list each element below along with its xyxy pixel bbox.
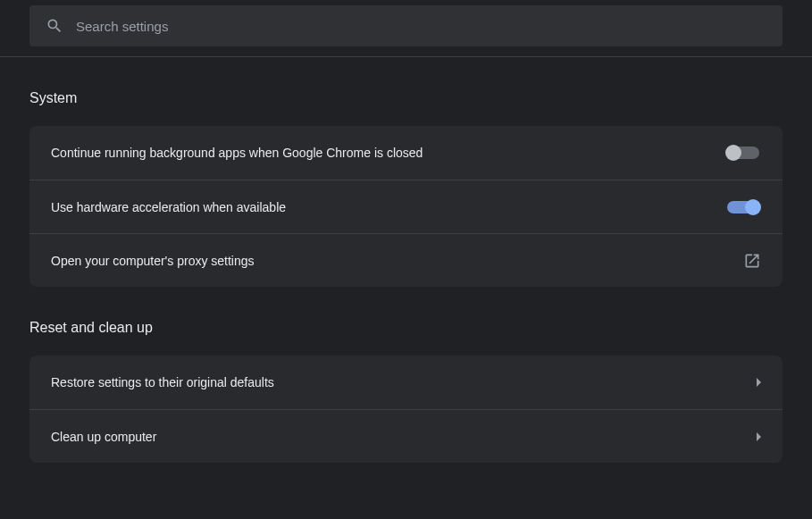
row-label: Open your computer's proxy settings — [51, 254, 743, 268]
row-hardware-accel[interactable]: Use hardware acceleration when available — [29, 180, 783, 233]
toggle-thumb — [745, 199, 761, 215]
search-bar[interactable] — [29, 5, 783, 46]
toggle-background-apps[interactable] — [727, 146, 759, 159]
toggle-hardware-accel[interactable] — [727, 201, 759, 213]
row-label: Clean up computer — [51, 430, 757, 444]
row-label: Continue running background apps when Go… — [51, 146, 727, 160]
row-label: Use hardware acceleration when available — [51, 200, 727, 214]
chevron-right-icon — [757, 432, 761, 441]
section-title-system: System — [29, 90, 783, 106]
row-label: Restore settings to their original defau… — [51, 375, 757, 389]
reset-card: Restore settings to their original defau… — [29, 356, 783, 463]
search-icon — [46, 17, 63, 35]
row-proxy-settings[interactable]: Open your computer's proxy settings — [29, 233, 783, 287]
section-title-reset: Reset and clean up — [29, 320, 783, 336]
search-input[interactable] — [76, 19, 766, 34]
header-divider — [0, 56, 812, 57]
row-restore-defaults[interactable]: Restore settings to their original defau… — [29, 356, 783, 409]
system-card: Continue running background apps when Go… — [29, 126, 783, 287]
open-external-icon — [743, 252, 761, 270]
chevron-right-icon — [757, 378, 761, 387]
row-background-apps[interactable]: Continue running background apps when Go… — [29, 126, 783, 180]
toggle-thumb — [725, 145, 741, 161]
row-clean-up-computer[interactable]: Clean up computer — [29, 409, 783, 463]
